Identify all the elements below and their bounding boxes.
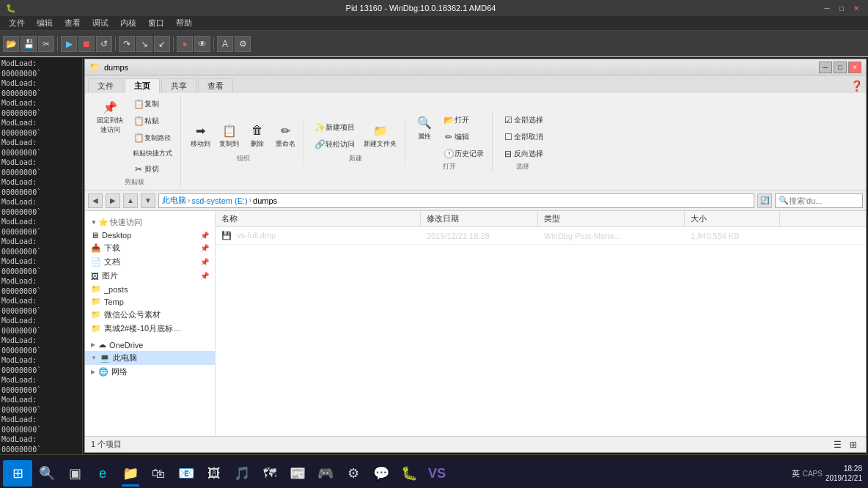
menu-help[interactable]: 帮助	[170, 16, 198, 30]
taskbar-lang[interactable]: 英	[792, 468, 800, 479]
address-path[interactable]: 此电脑 › ssd-system (E:) › dumps	[158, 193, 754, 208]
taskbar-search[interactable]: 🔍	[34, 460, 60, 487]
ribbon-btn-delete[interactable]: 🗑 删除	[244, 119, 271, 151]
nav-item-network[interactable]: ▶ 🌐 网络	[85, 365, 215, 379]
explorer-close[interactable]: ✕	[848, 62, 861, 73]
nav-item-pictures[interactable]: 🖼 图片 📌	[85, 269, 215, 283]
taskbar-edge[interactable]: e	[89, 460, 116, 487]
explorer-minimize[interactable]: ─	[819, 62, 832, 73]
ribbon-btn-copy-path[interactable]: 📋 复制路径	[129, 130, 174, 146]
toolbar-font[interactable]: A	[217, 36, 233, 52]
new-item-icon: ✨	[314, 122, 326, 133]
menu-edit[interactable]: 编辑	[31, 16, 59, 30]
minimize-button[interactable]: ─	[821, 2, 833, 14]
view-details-icon[interactable]: ☰	[831, 438, 844, 451]
menu-window[interactable]: 窗口	[142, 16, 170, 30]
taskbar-windbg[interactable]: 🐛	[396, 460, 422, 487]
taskbar-mail[interactable]: 📧	[173, 460, 199, 487]
ribbon-btn-new-item[interactable]: ✨ 新建项目	[310, 119, 358, 136]
taskbar-maps[interactable]: 🗺	[257, 460, 283, 487]
ribbon-btn-open[interactable]: 📂 打开	[439, 112, 488, 128]
view-large-icon[interactable]: ⊞	[847, 438, 860, 451]
col-size[interactable]: 大小	[685, 211, 780, 226]
toolbar-cut[interactable]: ✂	[38, 36, 54, 52]
refresh-button[interactable]: 🔄	[757, 193, 772, 208]
recent-locations-button[interactable]: ▼	[141, 193, 155, 208]
ribbon-btn-copy[interactable]: 📋 复制	[129, 96, 176, 112]
ribbon-tab-file[interactable]: 文件	[88, 78, 123, 93]
search-input[interactable]	[789, 196, 859, 205]
close-button[interactable]: ✕	[850, 2, 862, 14]
ribbon-btn-pin[interactable]: 📌 固定到快速访问	[92, 96, 128, 137]
taskbar-chat[interactable]: 💬	[368, 460, 394, 487]
menu-file[interactable]: 文件	[3, 16, 31, 30]
taskbar-photos[interactable]: 🖼	[201, 460, 227, 487]
taskbar-task-view[interactable]: ▣	[62, 460, 88, 487]
nav-item-onedrive[interactable]: ▶ ☁ OneDrive	[85, 339, 215, 351]
col-date[interactable]: 修改日期	[421, 211, 538, 226]
taskbar-store[interactable]: 🛍	[145, 460, 172, 487]
nav-item-lcheng[interactable]: 📁 离城2#楼-10月底标准层准确稿	[85, 322, 215, 336]
taskbar-vs[interactable]: VS	[424, 460, 450, 487]
maximize-button[interactable]: □	[836, 2, 847, 14]
nav-item-wechat[interactable]: 📁 微信公众号素材	[85, 308, 215, 322]
ribbon-tab-view[interactable]: 查看	[198, 78, 233, 93]
ribbon-btn-invert-select[interactable]: ⊟ 反向选择	[499, 146, 547, 162]
nav-item-posts[interactable]: 📁 _posts	[85, 283, 215, 295]
ribbon-btn-easy-access[interactable]: 🔗 轻松访问	[310, 136, 358, 152]
taskbar-explorer[interactable]: 📁	[117, 460, 144, 487]
toolbar-save[interactable]: 💾	[21, 36, 37, 52]
ribbon-help-icon[interactable]: ❓	[850, 80, 863, 92]
forward-button[interactable]: ▶	[106, 193, 120, 208]
ribbon-tab-share[interactable]: 共享	[161, 78, 196, 93]
ribbon-btn-paste[interactable]: 📋 粘贴	[129, 113, 176, 129]
nav-item-desktop[interactable]: 🖥 Desktop 📌	[85, 229, 215, 241]
explorer-maximize[interactable]: □	[834, 62, 847, 73]
start-button[interactable]: ⊞	[3, 460, 32, 487]
taskbar-news[interactable]: 📰	[284, 460, 311, 487]
menu-debug[interactable]: 调试	[87, 16, 114, 30]
toolbar-run[interactable]: ▶	[61, 36, 77, 52]
ribbon-btn-properties[interactable]: 🔍 属性	[411, 112, 438, 144]
toolbar-stop[interactable]: ⏹	[78, 36, 95, 52]
up-button[interactable]: ▲	[123, 193, 138, 208]
ribbon-btn-new-folder[interactable]: 📁 新建文件夹	[360, 119, 400, 151]
toolbar-restart[interactable]: ↺	[96, 36, 112, 52]
toolbar-step-over[interactable]: ↷	[119, 36, 135, 52]
toolbar-breakpoint[interactable]: ●	[177, 36, 193, 52]
rename-icon: ✏	[277, 122, 295, 139]
nav-item-temp[interactable]: 📁 Temp	[85, 295, 215, 308]
file-row-0[interactable]: 💾 vs-full.dmp 2019/12/21 18:28 WinDbg Po…	[216, 227, 866, 245]
search-box[interactable]: 🔍	[775, 193, 863, 208]
col-name[interactable]: 名称	[216, 211, 421, 226]
toolbar-settings[interactable]: ⚙	[235, 36, 251, 52]
vs-icon: VS	[428, 466, 446, 481]
ribbon-btn-history[interactable]: 🕐 历史记录	[439, 146, 488, 162]
ribbon-btn-select-none[interactable]: ☐ 全部取消	[499, 129, 547, 145]
menu-view[interactable]: 查看	[59, 16, 87, 30]
toolbar-step-out[interactable]: ↙	[154, 36, 170, 52]
ribbon-btn-rename[interactable]: ✏ 重命名	[272, 119, 299, 151]
menu-kernel[interactable]: 内核	[114, 16, 142, 30]
toolbar-step-in[interactable]: ↘	[136, 36, 152, 52]
ribbon-btn-paste-shortcut[interactable]: 粘贴快捷方式	[129, 147, 176, 160]
taskbar-settings[interactable]: ⚙	[340, 460, 367, 487]
nav-item-documents[interactable]: 📄 文档 📌	[85, 255, 215, 269]
nav-item-downloads[interactable]: 📥 下载 📌	[85, 241, 215, 255]
back-button[interactable]: ◀	[88, 193, 103, 208]
nav-onedrive-icon: ☁	[98, 340, 106, 350]
toolbar-open[interactable]: 📂	[3, 36, 19, 52]
taskbar-games[interactable]: 🎮	[312, 460, 339, 487]
ribbon-tabs: 文件 主页 共享 查看 ❓	[85, 75, 866, 93]
col-type[interactable]: 类型	[538, 211, 685, 226]
taskbar-clock[interactable]: 18:28 2019/12/21	[825, 464, 862, 483]
ribbon-btn-move-to[interactable]: ➡ 移动到	[187, 119, 214, 151]
ribbon-btn-select-all[interactable]: ☑ 全部选择	[499, 112, 547, 128]
taskbar-media[interactable]: 🎵	[229, 460, 255, 487]
nav-item-this-pc[interactable]: ▼ 💻 此电脑	[85, 351, 215, 365]
ribbon-btn-copy-to[interactable]: 📋 复制到	[216, 119, 243, 151]
toolbar-watch[interactable]: 👁	[194, 36, 210, 52]
ribbon-tab-home[interactable]: 主页	[125, 78, 160, 93]
ribbon-btn-edit[interactable]: ✏ 编辑	[439, 129, 488, 145]
ribbon-btn-cut[interactable]: ✂ 剪切	[129, 161, 176, 177]
